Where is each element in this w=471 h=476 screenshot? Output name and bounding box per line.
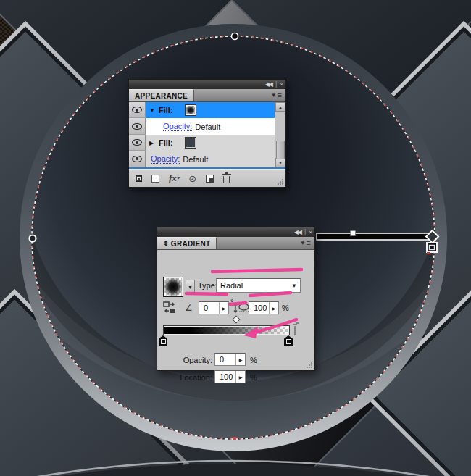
clear-appearance-button[interactable]: ⊘ [188, 173, 196, 183]
gradient-aspect-value: 100 [249, 302, 269, 314]
appearance-rows-list: ▼ Fill: Opacity: Default ▶ Fill: Opacity… [129, 102, 285, 169]
opacity-value: Default [183, 155, 208, 164]
panel-resize-grip[interactable] [277, 178, 283, 185]
gradient-stop-left[interactable] [159, 335, 167, 346]
tabbar-empty [194, 89, 267, 101]
scroll-up-button[interactable]: ▲ [275, 102, 285, 112]
gradient-panel-titlebar: ◀◀ | × [157, 227, 314, 237]
collapse-panel-icon[interactable]: ◀◀ [294, 230, 301, 235]
gradient-panel-body: ▼ Type: Radial ▼ ∠ 0 ▶ ° 100 ▶ % [157, 250, 314, 370]
eye-icon [132, 139, 142, 146]
gradient-angle-value: 0 [199, 302, 219, 314]
tab-gradient[interactable]: ⇕ GRADIENT [157, 237, 217, 249]
close-panel-icon[interactable]: × [309, 230, 312, 235]
panel-menu-button[interactable]: ▼ ≡ [267, 89, 285, 101]
stop-location-field[interactable]: 100 ▶ [214, 370, 246, 383]
gradient-type-value: Radial [217, 281, 288, 290]
gradient-annotator-stop[interactable] [427, 243, 437, 254]
stop-opacity-field[interactable]: 0 ▶ [214, 353, 246, 366]
stepper-icon[interactable]: ▶ [236, 354, 245, 365]
visibility-toggle[interactable] [129, 118, 146, 135]
menu-arrow-icon: ▼ [271, 92, 277, 99]
gradient-preview-swatch[interactable] [163, 277, 183, 297]
appearance-row-opacity-1[interactable]: Opacity: Default [129, 118, 285, 135]
gradient-fill-swatch[interactable] [185, 104, 196, 116]
appearance-panel: ◀◀ | × APPEARANCE ▼ ≡ ▼ Fill: Opacity: D… [128, 79, 286, 188]
percent-unit: % [250, 356, 257, 364]
gradient-stop-right[interactable] [284, 335, 293, 346]
fill-row-label: Fill: [159, 106, 173, 114]
opacity-value: Default [195, 122, 220, 131]
fill-row-label: Fill: [159, 138, 173, 147]
eye-icon [132, 123, 142, 130]
eye-icon [132, 107, 142, 113]
panel-menu-button[interactable]: ▼ ≡ [296, 237, 314, 249]
location-label: Location: [162, 373, 212, 382]
fill-box-icon[interactable] [151, 173, 159, 183]
scrollbar[interactable]: ▲ ▼ [275, 102, 285, 167]
gradient-angle-field[interactable]: 0 ▶ [199, 301, 229, 314]
gradient-aspect-field[interactable]: 100 ▶ [249, 301, 279, 314]
close-panel-icon[interactable]: × [280, 82, 283, 88]
appearance-row-fill-solid[interactable]: ▶ Fill: [129, 135, 285, 151]
solid-fill-swatch[interactable] [185, 137, 196, 149]
menu-lines-icon: ≡ [278, 91, 282, 99]
gradient-panel: ◀◀ | × ⇕ GRADIENT ▼ ≡ ▼ Type: Radial ▼ ∠ [157, 227, 315, 371]
tab-appearance[interactable]: APPEARANCE [129, 89, 194, 101]
duplicate-item-button[interactable] [206, 173, 214, 183]
appearance-footer: fx▾ ⊘ [129, 169, 285, 187]
dropdown-arrow-icon: ▼ [288, 279, 300, 292]
percent-unit: % [250, 373, 257, 382]
disclosure-open-icon[interactable]: ▼ [149, 107, 156, 114]
visibility-toggle[interactable] [129, 151, 146, 167]
illustrator-canvas: ◀◀ | × APPEARANCE ▼ ≡ ▼ Fill: Opacity: D… [0, 0, 471, 476]
opacity-link[interactable]: Opacity: [163, 122, 192, 131]
disclosure-closed-icon[interactable]: ▶ [149, 140, 156, 146]
titlebar-separator: | [304, 229, 306, 235]
add-effect-button[interactable]: fx▾ [169, 173, 179, 183]
opacity-label: Opacity: [162, 356, 212, 364]
tabbar-empty [217, 237, 296, 249]
visibility-toggle[interactable] [129, 102, 146, 118]
appearance-row-opacity-2[interactable]: Opacity: Default [129, 151, 285, 167]
percent-unit: % [282, 304, 289, 312]
gradient-panel-tabs: ⇕ GRADIENT ▼ ≡ [157, 237, 314, 250]
type-label: Type: [198, 281, 217, 290]
visibility-toggle[interactable] [129, 135, 146, 151]
angle-icon: ∠ [185, 303, 193, 313]
anchor-point-left[interactable] [30, 235, 36, 242]
tab-gradient-label: GRADIENT [171, 240, 211, 248]
menu-arrow-icon: ▼ [300, 240, 306, 246]
gradient-preset-dropdown[interactable]: ▼ [186, 280, 195, 295]
stroke-box-icon[interactable] [136, 173, 142, 183]
gradient-annotator-midpoint[interactable] [351, 231, 356, 236]
collapse-panel-icon[interactable]: ◀◀ [265, 82, 272, 88]
dropdown-arrow-icon: ▼ [188, 285, 193, 290]
appearance-row-fill-gradient[interactable]: ▼ Fill: [129, 102, 285, 118]
reverse-gradient-icon[interactable] [163, 301, 176, 314]
trash-icon [223, 176, 230, 183]
titlebar-separator: | [275, 81, 277, 88]
tab-updown-icon: ⇕ [163, 240, 169, 247]
scrollbar-thumb[interactable] [276, 141, 285, 159]
anchor-point-top[interactable] [232, 33, 238, 40]
eye-icon [132, 156, 142, 162]
stop-location-value: 100 [215, 371, 236, 383]
gradient-midpoint-marker[interactable] [232, 315, 240, 323]
delete-item-button[interactable] [223, 173, 230, 183]
panel-resize-grip[interactable] [306, 362, 312, 368]
menu-lines-icon: ≡ [307, 239, 311, 247]
anchor-point-bottom[interactable] [233, 437, 236, 440]
tab-appearance-label: APPEARANCE [135, 92, 188, 100]
gradient-slider-bar[interactable] [163, 325, 290, 335]
stepper-icon[interactable]: ▶ [219, 302, 228, 314]
stop-opacity-value: 0 [215, 354, 236, 365]
delete-stop-button[interactable] [294, 326, 296, 335]
stepper-icon[interactable]: ▶ [236, 371, 245, 383]
stepper-icon[interactable]: ▶ [269, 302, 278, 314]
opacity-link[interactable]: Opacity: [151, 154, 180, 164]
appearance-panel-tabs: APPEARANCE ▼ ≡ [129, 89, 285, 102]
gradient-type-select[interactable]: Radial ▼ [216, 278, 301, 293]
gradient-annotator-bar[interactable] [317, 233, 432, 240]
appearance-panel-titlebar: ◀◀ | × [129, 80, 285, 89]
